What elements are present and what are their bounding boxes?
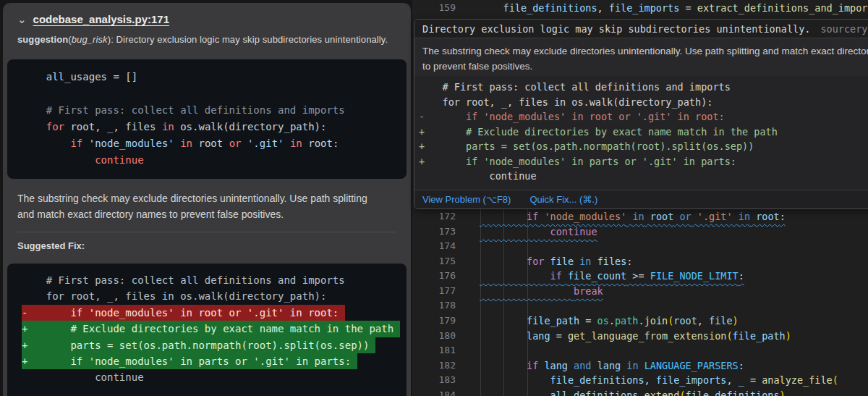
diff-line-add: + parts = set(os.path.normpath(root).spl… xyxy=(419,139,868,154)
line-number[interactable]: 172 xyxy=(412,209,456,224)
line-content[interactable]: break xyxy=(480,284,603,299)
code-line[interactable]: 184 all_definitions.extend(file_definiti… xyxy=(412,388,868,396)
line-number[interactable]: 174 xyxy=(412,239,456,254)
diff-line-del: - if 'node_modules' in root or '.git' in… xyxy=(22,305,407,321)
line-content[interactable]: lang = get_language_from_extension(file_… xyxy=(480,329,791,344)
line-number[interactable]: 184 xyxy=(412,388,456,396)
code-line[interactable]: 179 file_path = os.path.join(root, file) xyxy=(412,313,868,329)
code-line: continue xyxy=(22,152,407,169)
diff-line-add: + if 'node_modules' in parts or '.git' i… xyxy=(419,154,868,169)
diagnostic-source: sourcery xyxy=(820,23,867,35)
line-content[interactable]: file_definitions, file_imports = extract… xyxy=(480,1,868,16)
line-number[interactable]: 182 xyxy=(412,358,456,374)
line-content[interactable]: all_definitions.extend(file_definitions) xyxy=(480,388,786,396)
diff-line-add: + parts = set(os.path.normpath(root).spl… xyxy=(22,337,407,353)
line-number[interactable]: 175 xyxy=(412,254,456,269)
suggestion-kind: suggestion xyxy=(17,34,68,45)
diff-line-ctx: for root, _, files in os.walk(directory_… xyxy=(419,95,868,110)
code-line[interactable]: 181 xyxy=(412,343,868,358)
suggestion-category: bug_risk xyxy=(72,34,108,45)
description-line: The substring check may exclude director… xyxy=(422,43,868,59)
code-line: all_usages = [] xyxy=(22,69,407,85)
suggested-fix-label: Suggested Fix: xyxy=(7,240,407,251)
line-content[interactable]: if 'node_modules' in root or '.git' in r… xyxy=(480,209,786,224)
gutter-gap xyxy=(456,254,480,269)
line-content[interactable]: continue xyxy=(480,224,597,240)
comment-header: ⌄ codebase_analysis.py:171 xyxy=(7,12,407,25)
workbench: 159 file_definitions, file_imports = ext… xyxy=(0,0,868,396)
original-code-snippet: all_usages = [] # First pass: collect al… xyxy=(7,59,407,179)
diagnostic-description: The substring check may exclude director… xyxy=(414,38,868,76)
code-line[interactable]: 173 continue xyxy=(412,224,868,240)
suggestion-description: The substring check may exclude director… xyxy=(7,190,407,222)
suggestion-text: ): Directory exclusion logic may skip su… xyxy=(108,34,388,45)
code-line[interactable]: 159 file_definitions, file_imports = ext… xyxy=(412,1,868,16)
line-content[interactable]: if lang and lang in LANGUAGE_PARSERS: xyxy=(480,358,744,374)
gutter-gap xyxy=(456,313,480,329)
code-line xyxy=(22,85,407,102)
code-line: for root, _, files in os.walk(directory_… xyxy=(22,119,407,135)
code-line: if 'node_modules' in root or '.git' in r… xyxy=(22,135,407,152)
code-line[interactable]: 174 xyxy=(412,239,868,254)
line-content[interactable]: for file in files: xyxy=(480,254,632,269)
line-content[interactable]: file_definitions, file_imports, _ = anal… xyxy=(480,373,838,388)
info-squiggle: if file_count >= FILE_NODE_LIMIT: xyxy=(480,270,744,282)
line-number[interactable]: 176 xyxy=(412,269,456,284)
code-line[interactable]: 172 if 'node_modules' in root or '.git' … xyxy=(412,209,868,224)
code-line[interactable]: 180 lang = get_language_from_extension(f… xyxy=(412,329,868,344)
diff-line-del: - if 'node_modules' in root or '.git' in… xyxy=(419,109,868,125)
info-squiggle: if 'node_modules' in root or '.git' in r… xyxy=(480,211,786,222)
code-line[interactable]: 176 if file_count >= FILE_NODE_LIMIT: xyxy=(412,269,868,284)
gutter-gap xyxy=(456,1,480,16)
quick-fix-link[interactable]: Quick Fix... (⌘.) xyxy=(529,194,597,205)
diagnostic-diff-snippet: # First pass: collect all definitions an… xyxy=(414,76,868,190)
hover-status-bar: View Problem (⌥F8) Quick Fix... (⌘.) xyxy=(414,190,868,208)
diff-line-ctx: continue xyxy=(22,369,407,385)
line-number[interactable]: 178 xyxy=(412,298,456,313)
code-line[interactable]: 183 file_definitions, file_imports, _ = … xyxy=(412,373,868,388)
diagnostic-message: Directory exclusion logic may skip subdi… xyxy=(414,20,868,38)
gutter-gap xyxy=(456,329,480,344)
file-location-link[interactable]: codebase_analysis.py:171 xyxy=(33,13,169,25)
line-number[interactable]: 159 xyxy=(412,1,456,16)
suggested-fix-diff: # First pass: collect all definitions an… xyxy=(7,264,407,396)
diff-line-add: + # Exclude directories by exact name ma… xyxy=(22,321,407,337)
description-line: and match exact directory names to preve… xyxy=(17,206,396,222)
code-line[interactable]: 175 for file in files: xyxy=(412,254,868,269)
diff-line-add: + # Exclude directories by exact name ma… xyxy=(419,125,868,140)
gutter-gap xyxy=(456,224,480,240)
code-line[interactable]: 182 if lang and lang in LANGUAGE_PARSERS… xyxy=(412,358,868,374)
line-content[interactable]: if file_count >= FILE_NODE_LIMIT: xyxy=(480,269,744,284)
gutter-gap xyxy=(456,373,480,388)
gutter-gap xyxy=(456,343,480,358)
diagnostic-text: Directory exclusion logic may skip subdi… xyxy=(422,23,810,35)
description-line: to prevent false positives. xyxy=(422,59,868,74)
line-number[interactable]: 183 xyxy=(412,373,456,388)
line-content[interactable]: file_path = os.path.join(root, file) xyxy=(480,313,739,329)
code-line[interactable]: 178 xyxy=(412,298,868,313)
diff-line-ctx: # First pass: collect all definitions an… xyxy=(419,80,868,95)
line-number[interactable]: 173 xyxy=(412,224,456,240)
editor-code-lines[interactable]: 172 if 'node_modules' in root or '.git' … xyxy=(412,209,868,396)
info-squiggle: continue xyxy=(480,226,597,237)
gutter-gap xyxy=(456,239,480,254)
line-number[interactable]: 181 xyxy=(412,343,456,358)
gutter-gap xyxy=(456,358,480,374)
suggestion-summary: suggestion(bug_risk): Directory exclusio… xyxy=(7,25,407,45)
line-number[interactable]: 177 xyxy=(412,284,456,299)
info-squiggle: break xyxy=(480,285,603,297)
code-line: # First pass: collect all definitions an… xyxy=(22,102,407,119)
gutter-gap xyxy=(456,209,480,224)
chevron-down-icon[interactable]: ⌄ xyxy=(17,14,27,25)
line-number[interactable]: 180 xyxy=(412,329,456,344)
diagnostic-hover-widget: Directory exclusion logic may skip subdi… xyxy=(414,19,868,209)
description-line: The substring check may exclude director… xyxy=(17,190,396,206)
gutter-gap xyxy=(456,298,480,313)
divider xyxy=(17,232,396,232)
editor-top-line[interactable]: 159 file_definitions, file_imports = ext… xyxy=(412,1,868,16)
code-line[interactable]: 177 break xyxy=(412,284,868,299)
gutter-gap xyxy=(456,388,480,396)
gutter-gap xyxy=(456,269,480,284)
view-problem-link[interactable]: View Problem (⌥F8) xyxy=(422,194,511,205)
line-number[interactable]: 179 xyxy=(412,313,456,329)
